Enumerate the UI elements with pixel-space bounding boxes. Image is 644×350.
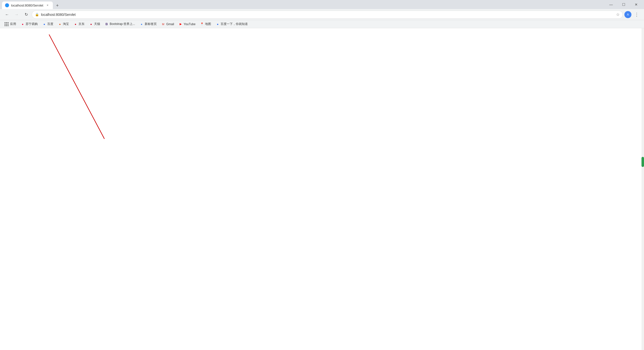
bookmark-newtab[interactable]: ● 新标签页 (138, 21, 159, 27)
bookmark-newtab-label: 新标签页 (145, 22, 157, 26)
bookmark-baidu-search-label: 百度一下，你就知道 (221, 22, 248, 26)
bookmark-suning[interactable]: ● 苏宁易购 (19, 21, 40, 27)
address-bar[interactable]: 🔒 localhost:8080/Servlet ☆ (32, 11, 623, 19)
back-button[interactable]: ← (3, 11, 11, 19)
bookmark-jd-label: 京东 (78, 22, 85, 26)
nav-right-controls: A ⋮ (624, 11, 641, 18)
bookmarks-bar: 应用 ● 苏宁易购 ● 百度 ● 淘宝 ● 京东 ● 天猫 B Bootstra… (0, 20, 644, 28)
tab-close-button[interactable]: × (45, 3, 50, 8)
bookmark-baidu-label: 百度 (47, 22, 53, 26)
bookmark-gmail-label: Gmail (166, 22, 174, 26)
bookmark-youtube-label: YouTube (184, 22, 195, 26)
bookmark-suning-label: 苏宁易购 (26, 22, 38, 26)
bookmark-tianmao-label: 天猫 (94, 22, 100, 26)
scrollbar-track (641, 28, 644, 350)
bookmark-baidu-search-icon: ● (216, 22, 220, 26)
forward-button[interactable]: → (13, 11, 21, 19)
bookmark-gmail[interactable]: M Gmail (159, 21, 176, 27)
tab-strip: 🌐 localhost:8080/Servlet × + (2, 0, 604, 9)
page-content (0, 28, 644, 350)
bookmark-tianmao[interactable]: ● 天猫 (87, 21, 102, 27)
bookmark-taobao[interactable]: ● 淘宝 (56, 21, 71, 27)
star-icon[interactable]: ☆ (616, 12, 620, 17)
bookmark-maps[interactable]: 📍 地图 (198, 21, 213, 27)
bookmark-bootstrap-icon: B (105, 22, 109, 26)
window-controls: — ☐ ✕ (605, 0, 642, 9)
active-tab[interactable]: 🌐 localhost:8080/Servlet × (2, 2, 53, 9)
title-bar: 🌐 localhost:8080/Servlet × + — ☐ ✕ (0, 0, 644, 9)
close-button[interactable]: ✕ (630, 0, 642, 9)
refresh-button[interactable]: ↻ (22, 11, 30, 19)
bookmark-taobao-icon: ● (58, 22, 62, 26)
bookmark-apps[interactable]: 应用 (2, 21, 18, 28)
apps-grid-icon (4, 22, 9, 27)
minimize-button[interactable]: — (605, 0, 617, 9)
profile-button[interactable]: A (624, 11, 631, 18)
browser-window: 🌐 localhost:8080/Servlet × + — ☐ ✕ ← → ↻… (0, 0, 644, 350)
bookmark-bootstrap[interactable]: B Bootstrap·世界上... (103, 21, 137, 27)
bookmark-tianmao-icon: ● (89, 22, 93, 26)
bookmark-bootstrap-label: Bootstrap·世界上... (110, 22, 135, 26)
bookmark-jd[interactable]: ● 京东 (71, 21, 87, 27)
bookmark-maps-icon: 📍 (200, 22, 204, 26)
forward-icon: → (15, 12, 19, 17)
refresh-icon: ↻ (25, 12, 28, 17)
bookmark-youtube-icon: ▶ (179, 22, 183, 26)
menu-button[interactable]: ⋮ (632, 11, 641, 18)
address-text: localhost:8080/Servlet (41, 13, 614, 17)
bookmark-youtube[interactable]: ▶ YouTube (177, 21, 197, 27)
back-icon: ← (5, 12, 9, 17)
red-diagonal-line (0, 28, 644, 350)
red-line-element (49, 34, 104, 139)
nav-bar: ← → ↻ 🔒 localhost:8080/Servlet ☆ A ⋮ (0, 9, 644, 20)
bookmark-suning-icon: ● (21, 22, 25, 26)
bookmark-apps-label: 应用 (10, 22, 16, 26)
tab-title: localhost:8080/Servlet (11, 4, 43, 7)
bookmark-baidu[interactable]: ● 百度 (40, 21, 55, 27)
maximize-button[interactable]: ☐ (618, 0, 629, 9)
scrollbar-thumb[interactable] (641, 157, 644, 167)
tab-favicon: 🌐 (5, 3, 9, 7)
bookmark-newtab-icon: ● (140, 22, 144, 26)
lock-icon: 🔒 (35, 13, 39, 16)
bookmark-baidu-icon: ● (42, 22, 46, 26)
bookmark-baidu-search[interactable]: ● 百度一下，你就知道 (214, 21, 250, 27)
bookmark-taobao-label: 淘宝 (63, 22, 69, 26)
bookmark-jd-icon: ● (73, 22, 77, 26)
bookmark-gmail-icon: M (161, 22, 165, 26)
bookmark-maps-label: 地图 (205, 22, 211, 26)
new-tab-button[interactable]: + (54, 2, 61, 9)
